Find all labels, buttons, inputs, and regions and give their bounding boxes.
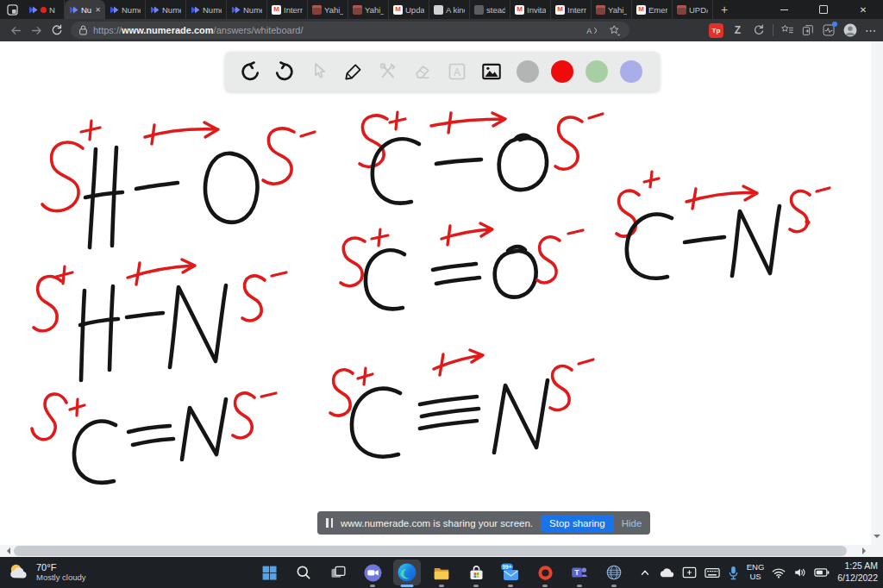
file-explorer-button[interactable] xyxy=(428,560,455,585)
browser-tab[interactable]: Yahi_R xyxy=(592,0,632,19)
office-app-button[interactable] xyxy=(531,560,559,585)
extension-sync-icon[interactable] xyxy=(752,23,766,37)
tab-title: Intern xyxy=(284,5,303,15)
numerade-favicon xyxy=(69,5,78,15)
collections-icon[interactable] xyxy=(801,23,815,37)
scroll-right-arrow[interactable] xyxy=(862,547,869,554)
share-message: www.numerade.com is sharing your screen. xyxy=(341,518,533,529)
browser-tab[interactable]: MEmerg xyxy=(632,0,673,19)
store-button[interactable] xyxy=(462,560,490,585)
window-controls: ✕ xyxy=(764,0,883,19)
svg-text:A: A xyxy=(586,26,592,34)
horizontal-scrollbar[interactable] xyxy=(0,545,871,557)
unread-badge: 99+ xyxy=(502,564,511,570)
browser-tab[interactable]: Yahi_R xyxy=(308,0,348,19)
forward-button[interactable] xyxy=(26,21,47,40)
edge-icon xyxy=(397,562,417,583)
scroll-left-arrow[interactable] xyxy=(3,547,10,554)
browser-tab[interactable]: Nume xyxy=(105,0,146,19)
hidden-icons-chevron[interactable] xyxy=(639,566,651,579)
browser-tab[interactable]: MIntern xyxy=(267,0,308,19)
windows-start-icon xyxy=(260,564,279,582)
task-view-button[interactable] xyxy=(324,560,352,585)
read-aloud-icon[interactable]: A xyxy=(586,24,599,37)
hide-share-bar-button[interactable]: Hide xyxy=(622,518,642,529)
wifi-icon[interactable] xyxy=(772,567,786,579)
color-swatch-green[interactable] xyxy=(586,60,608,83)
add-favorite-icon[interactable]: + xyxy=(608,24,622,37)
color-swatch-gray[interactable] xyxy=(517,60,539,83)
pen-tool-button[interactable] xyxy=(341,60,365,84)
browser-tab[interactable]: Nu✕ xyxy=(65,0,105,19)
tab-title: Nume xyxy=(122,5,141,15)
minimize-button[interactable] xyxy=(764,0,804,19)
numerade-favicon xyxy=(191,5,200,15)
tab-title: Emerg xyxy=(648,5,667,15)
back-button[interactable] xyxy=(5,21,26,40)
taskbar-clock[interactable]: 1:25 AM 6/12/2022 xyxy=(837,560,878,584)
onedrive-icon[interactable] xyxy=(659,566,674,579)
extension-tp-button[interactable]: Tp xyxy=(709,23,723,38)
gmail-favicon: M xyxy=(555,5,565,15)
teams-app-button[interactable]: T xyxy=(566,560,593,585)
address-bar[interactable]: https://www.numerade.com/answers/whitebo… xyxy=(71,22,629,39)
new-tab-button[interactable]: + xyxy=(713,0,736,19)
browser-tab[interactable]: Yahi_R xyxy=(348,0,389,19)
language-indicator[interactable]: ENG US xyxy=(747,563,765,582)
browser-tab[interactable]: A kine xyxy=(429,0,470,19)
redo-button[interactable] xyxy=(272,60,296,84)
horizontal-scroll-thumb[interactable] xyxy=(14,546,847,556)
eraser-tool-button[interactable] xyxy=(410,60,434,84)
url-path: /answers/whiteboard/ xyxy=(214,25,304,35)
image-tool-button[interactable] xyxy=(479,60,503,84)
widgets-app-button[interactable] xyxy=(600,560,628,585)
search-button[interactable] xyxy=(290,560,317,585)
color-swatch-red[interactable] xyxy=(551,60,573,83)
refresh-button[interactable] xyxy=(47,21,67,40)
cursor-icon xyxy=(309,61,329,82)
scroll-down-arrow[interactable] xyxy=(874,535,880,541)
microphone-icon[interactable] xyxy=(728,566,739,580)
browser-essentials-button[interactable] xyxy=(822,23,836,37)
profile-avatar[interactable] xyxy=(842,22,858,38)
browser-tab[interactable]: N xyxy=(24,0,65,19)
vertical-scrollbar[interactable] xyxy=(871,41,883,545)
select-tool-button[interactable] xyxy=(307,60,330,84)
cast-connect-icon[interactable] xyxy=(682,566,697,579)
weather-widget[interactable]: 70°F Mostly cloudy xyxy=(7,560,86,584)
color-swatch-periwinkle[interactable] xyxy=(620,60,642,83)
yahoo-favicon xyxy=(312,5,322,15)
undo-button[interactable] xyxy=(238,60,261,84)
desktop-screen: NNu✕NumeNumeNumeNumeMInternYahi_RYahi_RM… xyxy=(0,0,883,588)
edge-app-button[interactable] xyxy=(393,560,421,585)
stop-sharing-button[interactable]: Stop sharing xyxy=(541,515,614,532)
system-tray: ENG US 1:25 AM 6/12/2022 xyxy=(639,557,878,588)
browser-tab[interactable]: UPDA xyxy=(673,0,713,19)
start-button[interactable] xyxy=(255,560,283,585)
maximize-button[interactable] xyxy=(804,0,843,19)
close-window-button[interactable]: ✕ xyxy=(843,0,883,19)
browser-tab[interactable]: MUpdat xyxy=(389,0,429,19)
text-tool-button[interactable]: A xyxy=(445,60,468,84)
tab-title: N xyxy=(49,5,59,15)
favorites-icon[interactable] xyxy=(780,23,794,37)
tab-close-button[interactable]: ✕ xyxy=(95,6,101,14)
browser-tab[interactable]: Nume xyxy=(227,0,267,19)
browser-tab[interactable]: MInvitat xyxy=(510,0,551,19)
tab-actions-button[interactable] xyxy=(0,0,24,19)
extension-z-button[interactable]: Z xyxy=(730,23,745,38)
browser-tab[interactable]: Nume xyxy=(146,0,186,19)
eraser-icon xyxy=(412,61,433,82)
touch-keyboard-icon[interactable] xyxy=(705,567,720,579)
settings-more-button[interactable]: ⋯ xyxy=(865,24,876,37)
multi-tool-button[interactable] xyxy=(376,60,399,84)
chat-app-button[interactable] xyxy=(359,560,386,585)
browser-tab[interactable]: Nume xyxy=(186,0,227,19)
gmail-favicon: M xyxy=(515,5,524,15)
mail-app-button[interactable]: 99+ xyxy=(497,560,524,585)
volume-icon[interactable] xyxy=(793,566,806,579)
browser-tab[interactable]: steady xyxy=(470,0,510,19)
tab-title: Invitat xyxy=(527,5,546,15)
browser-tab[interactable]: MIntern xyxy=(551,0,592,19)
battery-icon[interactable] xyxy=(814,567,830,578)
